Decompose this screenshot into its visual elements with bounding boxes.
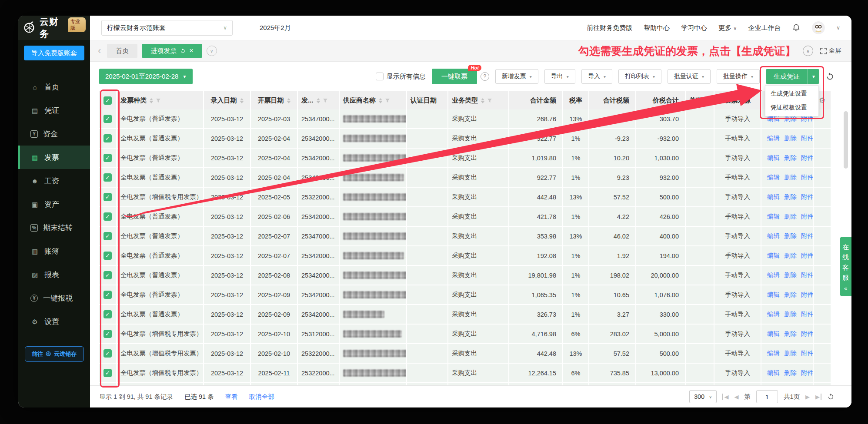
bell-icon[interactable] xyxy=(792,23,801,33)
row-action-delete[interactable]: 删除 xyxy=(784,330,797,337)
top-nav-link-1[interactable]: 帮助中心 xyxy=(644,24,670,32)
row-action-attachment[interactable]: 附件 xyxy=(801,193,813,200)
row-action-delete[interactable]: 删除 xyxy=(784,232,797,239)
row-action-edit[interactable]: 编辑 xyxy=(767,369,780,376)
row-action-attachment[interactable]: 附件 xyxy=(801,252,813,259)
top-nav-link-4[interactable]: 企业工作台 xyxy=(748,24,781,32)
generate-voucher-caret-icon[interactable]: ▼ xyxy=(808,69,819,84)
sort-icon[interactable] xyxy=(317,98,320,103)
gear-icon[interactable]: ⚙ xyxy=(819,96,825,105)
filter-icon[interactable] xyxy=(385,98,390,103)
row-action-edit[interactable]: 编辑 xyxy=(767,154,780,161)
row-action-delete[interactable]: 删除 xyxy=(784,174,797,181)
row-action-edit[interactable]: 编辑 xyxy=(767,330,780,337)
row-action-attachment[interactable]: 附件 xyxy=(801,272,813,278)
row-action-edit[interactable]: 编辑 xyxy=(767,311,780,318)
column-header-entry[interactable]: 录入日期 xyxy=(204,91,250,109)
row-action-delete[interactable]: 删除 xyxy=(784,291,797,298)
sidebar-item-funds[interactable]: ¥ 资金 xyxy=(18,122,90,146)
collapse-toolbar-icon[interactable]: ∧ xyxy=(803,46,813,56)
dropdown-item-1[interactable]: 凭证模板设置 xyxy=(765,101,818,115)
row-action-edit[interactable]: 编辑 xyxy=(767,174,780,181)
dropdown-item-0[interactable]: 生成凭证设置 xyxy=(765,87,818,101)
tab-home[interactable]: 首页 xyxy=(107,44,137,58)
row-checkbox[interactable]: ✓ xyxy=(103,310,112,318)
row-action-attachment[interactable]: 附件 xyxy=(801,350,813,357)
sidebar-item-voucher[interactable]: ▤ 凭证 xyxy=(18,99,90,122)
row-action-delete[interactable]: 删除 xyxy=(784,135,797,142)
row-action-delete[interactable]: 删除 xyxy=(784,154,797,161)
help-icon[interactable]: ? xyxy=(481,72,489,81)
row-checkbox[interactable]: ✓ xyxy=(103,369,112,377)
tab-refresh-icon[interactable] xyxy=(180,48,186,54)
sidebar-item-home[interactable]: ⌂ 首页 xyxy=(18,75,90,99)
page-size-select[interactable]: 300 ∨ xyxy=(689,390,717,403)
row-action-edit[interactable]: 编辑 xyxy=(767,291,780,298)
show-all-checkbox[interactable]: 显示所有信息 xyxy=(376,73,426,81)
online-support-tab[interactable]: 在线客服 « xyxy=(840,237,851,296)
first-page-icon[interactable]: ◀ xyxy=(722,394,728,400)
row-action-edit[interactable]: 编辑 xyxy=(767,232,780,239)
row-action-attachment[interactable]: 附件 xyxy=(801,174,813,181)
page-number-input[interactable] xyxy=(756,390,778,403)
row-action-delete[interactable]: 删除 xyxy=(784,213,797,220)
top-nav-link-0[interactable]: 前往财务免费版 xyxy=(587,24,632,32)
goto-inventory-button[interactable]: 前往 云进销存 xyxy=(25,346,84,362)
row-action-edit[interactable]: 编辑 xyxy=(767,272,780,278)
row-action-attachment[interactable]: 附件 xyxy=(801,330,813,337)
row-action-attachment[interactable]: 附件 xyxy=(801,154,813,161)
column-header-tax[interactable]: 合计税额 xyxy=(589,91,636,109)
row-action-attachment[interactable]: 附件 xyxy=(801,311,813,318)
sidebar-item-asset[interactable]: ▣ 资产 xyxy=(18,192,90,216)
column-header-voucher[interactable]: 关联凭证 xyxy=(685,91,714,109)
tabs-scroll-left-icon[interactable]: ‹ xyxy=(98,46,101,56)
column-header-total[interactable]: 价税合计 xyxy=(636,91,685,109)
batch-certify-button[interactable]: 批量认证▾ xyxy=(668,69,711,84)
print-list-button[interactable]: 打印列表▾ xyxy=(618,69,661,84)
sidebar-item-settings[interactable]: ⚙ 设置 xyxy=(18,310,90,333)
row-checkbox[interactable]: ✓ xyxy=(103,193,112,201)
import-free-account-button[interactable]: 导入免费版账套 xyxy=(24,46,84,60)
last-page-icon[interactable]: ▶ xyxy=(815,394,821,400)
row-checkbox[interactable]: ✓ xyxy=(103,115,112,123)
column-header-type[interactable]: 发票种类 xyxy=(117,91,204,109)
vertical-scrollbar[interactable] xyxy=(844,111,848,169)
row-action-delete[interactable]: 删除 xyxy=(784,350,797,357)
generate-voucher-button[interactable]: 生成凭证 xyxy=(766,69,808,84)
row-action-edit[interactable]: 编辑 xyxy=(767,135,780,142)
column-header-source[interactable]: 发票来源 xyxy=(714,91,761,109)
select-all-checkbox[interactable]: ✓ xyxy=(103,96,112,105)
row-checkbox[interactable]: ✓ xyxy=(103,173,112,182)
sidebar-item-salary[interactable]: ☻ 工资 xyxy=(18,169,90,192)
row-checkbox[interactable]: ✓ xyxy=(103,154,112,162)
column-header-supplier[interactable]: 供应商名称 xyxy=(339,91,407,109)
row-checkbox[interactable]: ✓ xyxy=(103,252,112,260)
column-header-auth[interactable]: 认证日期 xyxy=(407,91,448,109)
row-checkbox[interactable]: ✓ xyxy=(103,232,112,240)
tab-input-invoice[interactable]: 进项发票 × xyxy=(142,44,202,58)
row-action-delete[interactable]: 删除 xyxy=(784,311,797,318)
row-action-edit[interactable]: 编辑 xyxy=(767,350,780,357)
row-action-edit[interactable]: 编辑 xyxy=(767,252,780,259)
sort-icon[interactable] xyxy=(379,98,382,103)
avatar[interactable] xyxy=(812,21,825,34)
footer-refresh-icon[interactable] xyxy=(827,393,835,401)
sort-icon[interactable] xyxy=(287,98,290,103)
row-checkbox[interactable]: ✓ xyxy=(103,349,112,358)
column-header-amount[interactable]: 合计金额 xyxy=(509,91,563,109)
row-action-edit[interactable]: 编辑 xyxy=(767,213,780,220)
checkbox-icon[interactable] xyxy=(376,73,384,80)
row-checkbox[interactable]: ✓ xyxy=(103,212,112,221)
generate-voucher-split-button[interactable]: 生成凭证 ▼ xyxy=(766,69,819,84)
cancel-all-link[interactable]: 取消全部 xyxy=(249,393,274,401)
export-button[interactable]: 导出▾ xyxy=(544,69,575,84)
column-header-no[interactable]: 发... xyxy=(297,91,339,109)
add-invoice-button[interactable]: 新增发票▾ xyxy=(495,69,538,84)
row-action-delete[interactable]: 删除 xyxy=(784,252,797,259)
select-all-header[interactable]: ✓ xyxy=(99,91,117,109)
sort-icon[interactable] xyxy=(150,98,153,103)
sidebar-item-report[interactable]: ▨ 报表 xyxy=(18,263,90,286)
column-header-rate[interactable]: 税率 xyxy=(563,91,589,109)
top-nav-link-3[interactable]: 更多∨ xyxy=(718,24,737,32)
row-action-attachment[interactable]: 附件 xyxy=(801,291,813,298)
